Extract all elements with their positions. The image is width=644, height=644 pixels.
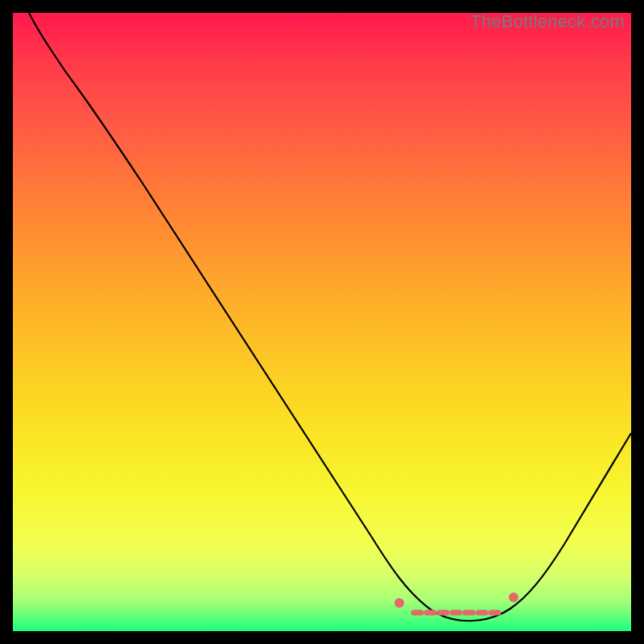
chart-overlay-svg	[13, 13, 631, 631]
dash-endpoint-left	[394, 598, 404, 608]
dash-endpoint-right	[509, 592, 518, 602]
chart-frame: TheBottleneck.com	[13, 13, 631, 631]
main-curve	[29, 13, 631, 621]
